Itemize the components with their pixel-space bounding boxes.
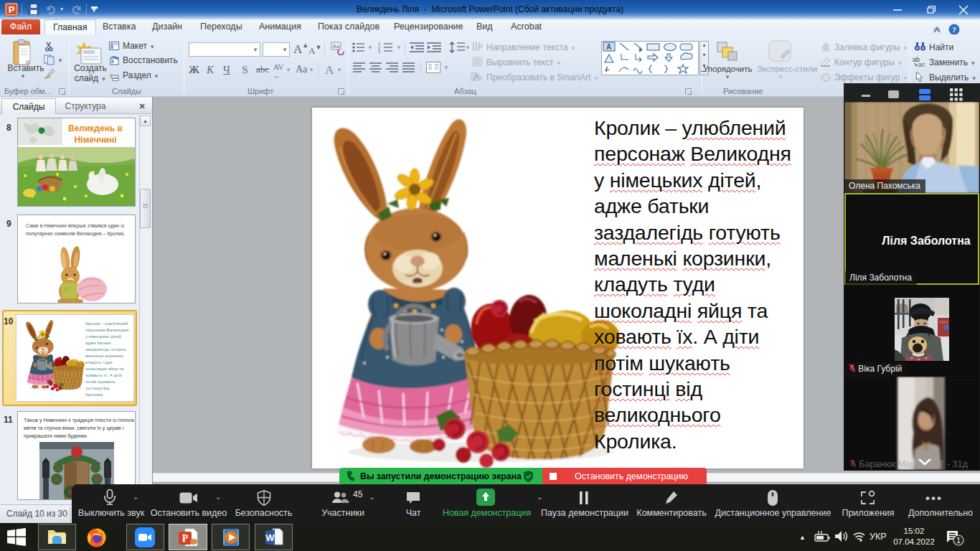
svg-text:ac: ac xyxy=(918,61,925,67)
svg-text:P: P xyxy=(182,533,189,544)
svg-text:A: A xyxy=(606,43,611,51)
svg-text:A: A xyxy=(479,42,483,50)
svg-text:прикрашати ними будинки.: прикрашати ними будинки. xyxy=(24,433,88,439)
svg-text:адже батьки: адже батьки xyxy=(85,340,111,345)
svg-text:заздалегідь готують: заздалегідь готують xyxy=(85,347,126,352)
svg-text:Кролика.: Кролика. xyxy=(85,392,104,397)
svg-text:Аа: Аа xyxy=(333,43,340,50)
svg-text:3: 3 xyxy=(378,50,380,53)
svg-text:Саме в Німеччині вперше з'явив: Саме в Німеччині вперше з'явився один із xyxy=(26,223,124,229)
svg-text:ховають їх. А діти: ховають їх. А діти xyxy=(85,372,122,377)
svg-text:шоколадні яйця та: шоколадні яйця та xyxy=(85,366,124,371)
svg-text:Великдень в: Великдень в xyxy=(68,123,123,133)
svg-text:гостинці від: гостинці від xyxy=(85,385,110,390)
svg-text:потім шукають: потім шукають xyxy=(85,379,116,384)
svg-text:квітів та стрічок вінки, святи: квітів та стрічок вінки, святити їх у це… xyxy=(24,425,124,431)
svg-text:?: ? xyxy=(952,25,956,34)
svg-text:1: 1 xyxy=(956,537,961,545)
svg-text:персонаж Великодня: персонаж Великодня xyxy=(85,327,128,332)
svg-text:маленькі корзинки,: маленькі корзинки, xyxy=(85,353,125,358)
svg-text:популярних символів Великодня: популярних символів Великодня – Кролик. xyxy=(26,231,125,237)
svg-text:Також у Німеччині є традиція: Також у Німеччині є традиція плести із г… xyxy=(24,417,135,423)
svg-text:Кролик – улюблений: Кролик – улюблений xyxy=(85,321,128,326)
svg-text:Німеччині: Німеччині xyxy=(74,135,116,145)
svg-text:кладуть туди: кладуть туди xyxy=(85,359,113,364)
svg-text:W: W xyxy=(265,532,275,543)
svg-text:у німецьких дітей,: у німецьких дітей, xyxy=(85,334,123,339)
